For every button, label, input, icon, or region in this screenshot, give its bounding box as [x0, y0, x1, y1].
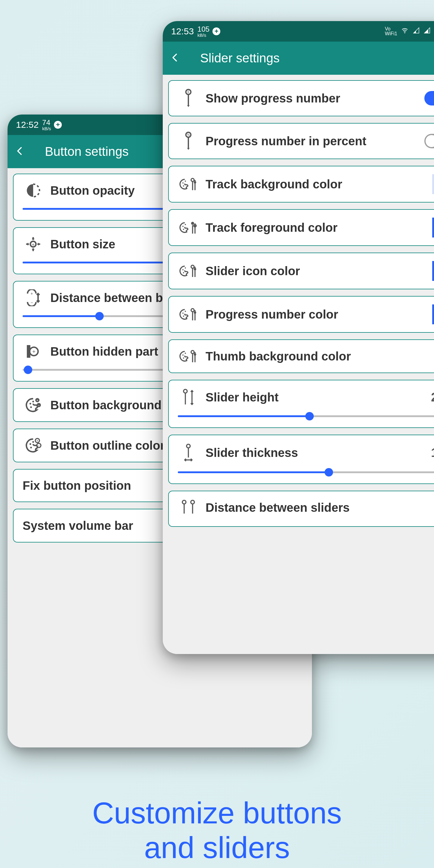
svg-point-44	[185, 267, 186, 269]
hidden-part-icon: +	[23, 343, 44, 360]
svg-point-15	[30, 447, 32, 448]
svg-point-21	[404, 32, 405, 33]
color-swatch[interactable]	[432, 261, 434, 281]
setting-slider-thickness[interactable]: Slider thickness 111	[168, 435, 434, 484]
svg-point-38	[191, 222, 194, 225]
svg-point-42	[182, 269, 184, 270]
signal-icon	[412, 27, 420, 36]
palette-slider-icon	[178, 176, 199, 193]
setting-thumb-bg-color[interactable]: Thumb background color	[168, 339, 434, 373]
svg-text:+: +	[32, 242, 35, 247]
svg-text:+: +	[32, 348, 36, 355]
setting-distance-sliders[interactable]: Distance between sliders 13	[168, 491, 434, 527]
setting-track-bg-color[interactable]: Track background color	[168, 166, 434, 203]
height-icon	[178, 388, 199, 406]
distance-icon: +−	[23, 289, 44, 306]
svg-point-35	[182, 226, 184, 227]
palette-outline-icon: +−	[23, 437, 44, 454]
svg-point-36	[183, 229, 184, 230]
svg-point-58	[185, 352, 186, 354]
svg-point-57	[183, 358, 184, 359]
phone-slider-settings: 12:53 105 kB/s + VoWiFi1 85% Slide	[163, 21, 434, 654]
back-icon[interactable]	[15, 144, 33, 159]
svg-text:−: −	[38, 403, 40, 407]
status-bar: 12:53 105 kB/s + VoWiFi1 85%	[163, 21, 434, 41]
page-title: Slider settings	[200, 51, 280, 65]
svg-point-63	[184, 390, 187, 393]
svg-point-28	[182, 182, 184, 184]
toggle[interactable]	[424, 91, 434, 105]
svg-point-51	[185, 311, 186, 312]
setting-track-fg-color[interactable]: Track foreground color	[168, 209, 434, 246]
svg-point-31	[191, 179, 194, 181]
slider[interactable]	[178, 471, 434, 473]
color-swatch[interactable]	[432, 218, 434, 238]
svg-text:+: +	[36, 438, 38, 442]
svg-text:+: +	[30, 291, 33, 296]
palette-slider-icon	[178, 306, 199, 323]
svg-point-43	[183, 272, 184, 273]
settings-list: 6 Show progress number % Progress number…	[163, 75, 434, 654]
svg-point-9	[32, 401, 34, 403]
svg-point-59	[191, 350, 194, 353]
palette-slider-icon	[178, 219, 199, 236]
svg-point-29	[183, 185, 184, 187]
status-time: 12:52	[16, 120, 38, 130]
svg-point-52	[191, 309, 194, 312]
signal-icon-2	[423, 27, 431, 36]
value: 111	[431, 445, 434, 460]
svg-text:%: %	[187, 133, 190, 136]
wifi-icon	[400, 27, 409, 36]
palette-slider-icon	[178, 348, 199, 365]
palette-slider-icon	[178, 262, 199, 279]
color-swatch[interactable]	[432, 174, 434, 194]
svg-point-37	[185, 224, 186, 225]
setting-progress-number-color[interactable]: Progress number color	[168, 296, 434, 333]
color-swatch[interactable]	[432, 304, 434, 324]
setting-slider-height[interactable]: Slider height 277	[168, 380, 434, 428]
back-icon[interactable]	[170, 51, 188, 66]
status-right: VoWiFi1 85%	[385, 27, 434, 36]
palette-icon: +−	[23, 397, 44, 413]
thickness-icon	[178, 443, 199, 462]
toggle[interactable]	[424, 134, 434, 148]
slider-distance-icon	[178, 499, 199, 516]
vowifi-icon: VoWiFi1	[385, 27, 397, 36]
status-net-speed: 74 kB/s	[42, 119, 51, 131]
svg-point-50	[183, 315, 184, 317]
svg-point-45	[191, 265, 194, 268]
svg-text:−: −	[38, 444, 40, 447]
setting-progress-percent[interactable]: % Progress number in percent	[168, 123, 434, 159]
app-bar: Slider settings	[163, 41, 434, 75]
svg-point-69	[182, 500, 186, 504]
tagline: Customize buttons and sliders	[0, 796, 434, 865]
plus-icon: +	[54, 121, 62, 129]
svg-point-14	[30, 443, 31, 445]
status-net-speed: 105 kB/s	[197, 26, 210, 37]
page-title: Button settings	[45, 144, 129, 159]
svg-point-66	[187, 444, 190, 448]
svg-text:6: 6	[187, 90, 189, 94]
opacity-icon	[23, 182, 44, 199]
setting-slider-icon-color[interactable]: Slider icon color	[168, 253, 434, 289]
svg-point-49	[182, 313, 184, 314]
number-slider-icon: 6	[178, 89, 199, 108]
svg-point-16	[32, 441, 34, 443]
value: 277	[431, 390, 434, 404]
status-time: 12:53	[171, 26, 194, 36]
plus-icon: +	[213, 27, 220, 35]
percent-slider-icon: %	[178, 131, 199, 151]
svg-text:+: +	[36, 398, 38, 402]
slider[interactable]	[178, 415, 434, 417]
resize-icon: +	[23, 236, 44, 253]
svg-text:−: −	[30, 300, 33, 305]
svg-point-56	[182, 354, 184, 355]
svg-point-71	[191, 500, 194, 504]
svg-point-8	[30, 406, 32, 408]
svg-point-30	[185, 181, 186, 182]
setting-show-progress-number[interactable]: 6 Show progress number	[168, 80, 434, 116]
svg-point-7	[30, 403, 31, 405]
